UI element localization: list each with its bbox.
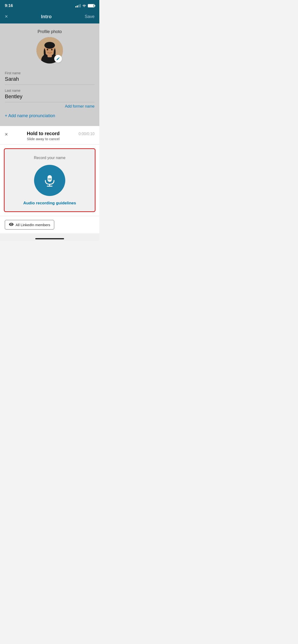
- visibility-label: All LinkedIn members: [16, 223, 50, 227]
- first-name-value[interactable]: Sarah: [5, 76, 95, 85]
- eye-icon: [9, 222, 14, 227]
- nav-save-button[interactable]: Save: [85, 14, 95, 19]
- hold-close-button[interactable]: ×: [5, 131, 8, 138]
- first-name-label: First name: [5, 71, 95, 75]
- nav-bar: × Intro Save: [0, 10, 99, 24]
- profile-photo-wrapper: [37, 37, 63, 64]
- add-former-name-link[interactable]: Add former name: [65, 104, 95, 108]
- last-name-label: Last name: [5, 89, 95, 92]
- status-time: 9:16: [5, 3, 13, 8]
- recording-area: Record your name Audio recording guideli…: [4, 148, 95, 212]
- first-name-field: First name Sarah: [5, 71, 95, 85]
- visibility-row: All LinkedIn members: [0, 216, 99, 233]
- profile-photo-label: Profile photo: [5, 29, 95, 34]
- last-name-value[interactable]: Bentley: [5, 94, 95, 102]
- main-content: Profile photo: [0, 24, 99, 126]
- microphone-button[interactable]: [34, 165, 65, 196]
- visibility-button[interactable]: All LinkedIn members: [5, 220, 54, 230]
- last-name-field: Last name Bentley: [5, 89, 95, 102]
- hold-title: Hold to record: [27, 131, 60, 136]
- add-pronunciation-button[interactable]: + Add name pronunciation: [5, 113, 55, 118]
- status-icons: [75, 4, 95, 8]
- signal-icon: [75, 4, 81, 8]
- status-bar: 9:16: [0, 0, 99, 10]
- record-label: Record your name: [34, 156, 66, 160]
- nav-close-button[interactable]: ×: [5, 14, 8, 20]
- svg-point-5: [47, 49, 48, 50]
- battery-icon: [88, 4, 95, 8]
- hold-subtitle: Slide away to cancel: [27, 137, 60, 141]
- profile-photo-section: Profile photo: [5, 29, 95, 64]
- bottom-sheet: × Hold to record Slide away to cancel 0:…: [0, 126, 99, 233]
- edit-photo-button[interactable]: [54, 55, 62, 62]
- hold-to-record-bar: × Hold to record Slide away to cancel 0:…: [0, 126, 99, 144]
- wifi-icon: [82, 4, 86, 8]
- add-former-name-section: Add former name: [5, 104, 95, 108]
- home-bar: [35, 238, 64, 239]
- spacer: [0, 233, 99, 236]
- nav-title: Intro: [41, 14, 52, 20]
- svg-point-4: [44, 42, 55, 49]
- svg-point-6: [51, 49, 53, 50]
- home-indicator: [0, 236, 99, 241]
- hold-text-group: Hold to record Slide away to cancel: [27, 131, 60, 141]
- hold-timer: 0:00/0:10: [78, 131, 95, 136]
- audio-guidelines-link[interactable]: Audio recording guidelines: [23, 201, 76, 206]
